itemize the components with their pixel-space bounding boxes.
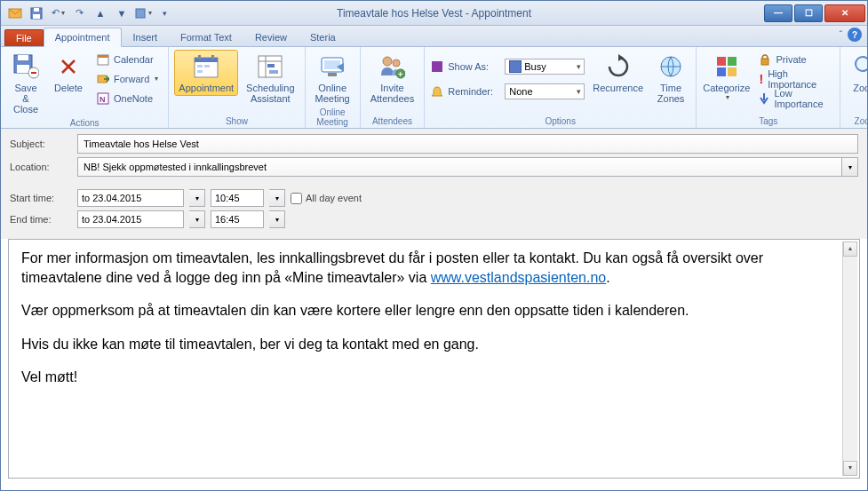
location-dropdown[interactable]: ▾: [842, 157, 858, 177]
svg-text:+: +: [398, 70, 402, 79]
online-meeting-icon: [318, 52, 346, 81]
body-scrollbar[interactable]: ▴ ▾: [842, 242, 857, 476]
high-importance-button[interactable]: !High Importance: [754, 69, 834, 88]
svg-rect-43: [761, 59, 768, 65]
svg-rect-27: [267, 64, 275, 67]
end-time-input[interactable]: [211, 210, 264, 228]
scroll-down-icon[interactable]: ▾: [843, 461, 857, 476]
all-day-checkbox[interactable]: All day event: [291, 193, 362, 204]
save-icon[interactable]: [28, 4, 45, 22]
group-label-zoom: Zoom: [846, 115, 868, 127]
reminder-select[interactable]: None: [505, 83, 585, 99]
forward-button[interactable]: Forward▾: [92, 69, 163, 88]
group-label-attendees: Attendees: [366, 115, 419, 127]
recurrence-button[interactable]: Recurrence: [588, 50, 648, 96]
delete-icon: [54, 52, 83, 81]
svg-rect-6: [18, 55, 28, 60]
onenote-button[interactable]: NOneNote: [92, 89, 163, 107]
zoom-button[interactable]: Zoom: [846, 50, 868, 96]
ribbon: Save & Close Delete Calendar Forward▾ NO…: [1, 47, 867, 129]
start-time-label: Start time:: [10, 193, 72, 203]
outlook-icon[interactable]: [6, 4, 24, 22]
time-fields: Start time: ▾ ▾ All day event End time: …: [1, 186, 867, 239]
start-date-input[interactable]: [77, 189, 184, 207]
svg-text:N: N: [100, 95, 106, 104]
time-zones-button[interactable]: Time Zones: [651, 50, 690, 107]
forward-icon: [96, 72, 110, 86]
prev-item-icon[interactable]: ▲: [92, 4, 109, 22]
maximize-button[interactable]: ☐: [794, 4, 823, 22]
start-time-input[interactable]: [211, 189, 264, 207]
svg-rect-20: [211, 55, 214, 59]
tab-appointment[interactable]: Appointment: [44, 28, 122, 47]
group-zoom: Zoom Zoom: [840, 47, 868, 128]
undo-icon[interactable]: ↶▾: [49, 4, 67, 22]
svg-rect-42: [728, 67, 737, 76]
online-meeting-button[interactable]: Online Meeting: [311, 50, 354, 107]
body-link[interactable]: www.vestlandspasienten.no: [431, 270, 606, 285]
message-body[interactable]: For mer informasjon om timeavtalen, les …: [8, 239, 860, 479]
private-button[interactable]: Private: [754, 50, 834, 68]
low-importance-icon: [759, 92, 769, 105]
minimize-ribbon-icon[interactable]: ˆ: [840, 30, 842, 40]
svg-rect-28: [269, 70, 278, 74]
header-fields: Subject: Location: ▾: [1, 129, 867, 186]
end-date-input[interactable]: [77, 210, 184, 228]
group-tags: Categorize▾ Private !High Importance Low…: [697, 47, 840, 128]
svg-rect-3: [33, 14, 40, 19]
svg-rect-22: [204, 65, 210, 67]
tab-review[interactable]: Review: [243, 28, 299, 46]
next-item-icon[interactable]: ▼: [113, 4, 131, 22]
categorize-icon: [713, 52, 741, 81]
svg-rect-23: [197, 70, 203, 73]
low-importance-button[interactable]: Low Importance: [754, 89, 834, 107]
scroll-up-icon[interactable]: ▴: [843, 242, 857, 257]
tab-insert[interactable]: Insert: [122, 28, 170, 46]
tab-steria[interactable]: Steria: [299, 28, 347, 46]
minimize-button[interactable]: —: [764, 4, 792, 22]
tab-file[interactable]: File: [4, 29, 44, 46]
attendees-icon: +: [378, 52, 406, 81]
svg-rect-4: [136, 9, 145, 18]
svg-rect-21: [197, 65, 203, 67]
location-input[interactable]: [77, 157, 842, 177]
time-zones-icon: [657, 52, 685, 81]
start-date-picker[interactable]: ▾: [189, 189, 205, 207]
svg-rect-13: [98, 55, 108, 58]
redo-icon[interactable]: ↷: [70, 4, 88, 22]
scheduling-button[interactable]: Scheduling Assistant: [242, 50, 299, 107]
qat-more-icon[interactable]: ▾: [134, 4, 152, 22]
end-time-picker[interactable]: ▾: [269, 210, 285, 228]
save-close-button[interactable]: Save & Close: [6, 50, 45, 117]
window-title: Timeavtale hos Helse Vest - Appointment: [337, 7, 531, 20]
appointment-view-button[interactable]: Appointment: [174, 50, 238, 96]
quick-access-toolbar: ↶▾ ↷ ▲ ▼ ▾ ▾: [1, 4, 179, 22]
end-date-picker[interactable]: ▾: [189, 210, 205, 228]
subject-input[interactable]: [77, 134, 858, 154]
appointment-icon: [192, 52, 220, 81]
tab-format-text[interactable]: Format Text: [169, 28, 243, 46]
help-icon[interactable]: ?: [848, 28, 862, 42]
ribbon-tabs: File Appointment Insert Format Text Revi…: [1, 26, 867, 47]
zoom-icon: [851, 52, 868, 81]
close-button[interactable]: ✕: [824, 4, 865, 22]
show-as-select[interactable]: Busy: [505, 59, 585, 75]
qat-customize-icon[interactable]: ▾: [155, 4, 173, 22]
group-attendees: + Invite Attendees Attendees: [361, 47, 426, 128]
start-time-picker[interactable]: ▾: [269, 189, 285, 207]
categorize-button[interactable]: Categorize▾: [702, 50, 751, 104]
window-controls: — ☐ ✕: [764, 4, 867, 22]
group-label-online: Online Meeting: [311, 107, 354, 128]
reminder-label: Reminder:: [448, 86, 501, 97]
svg-rect-39: [717, 57, 726, 66]
svg-rect-31: [328, 73, 337, 76]
reminder-icon: [430, 84, 444, 99]
svg-rect-7: [17, 65, 29, 73]
group-label-show: Show: [174, 115, 299, 127]
group-label-tags: Tags: [702, 115, 834, 127]
svg-rect-40: [728, 57, 737, 66]
invite-attendees-button[interactable]: + Invite Attendees: [366, 50, 419, 107]
svg-rect-36: [432, 61, 442, 72]
delete-button[interactable]: Delete: [49, 50, 88, 96]
calendar-button[interactable]: Calendar: [92, 50, 163, 68]
